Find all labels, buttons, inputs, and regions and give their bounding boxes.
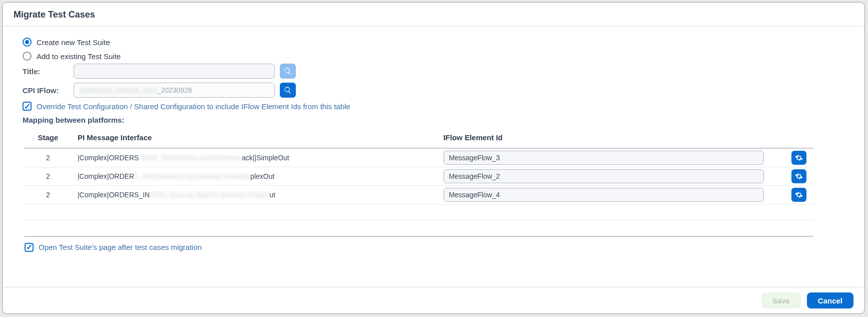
override-label: Override Test Configuration / Shared Con… <box>37 102 350 111</box>
gear-icon <box>795 172 803 180</box>
pi-prefix: |Complex|ORDER <box>78 172 134 180</box>
header-divider <box>3 26 864 27</box>
mapping-body: 2 |Complex|ORDERSXXXX_X|xxx|xxxxx.xxx|xx… <box>25 148 813 236</box>
open-after-row[interactable]: ✓ Open Test Suite's page after test case… <box>25 243 844 252</box>
pi-blur: X_XXX|xxxxxxx.xxx.xxxxxxx.xxxxx|xx <box>134 172 250 180</box>
cpi-row: CPI IFlow: XXXXXXX_XXXXX_XXX _20230926 <box>23 83 844 98</box>
search-icon <box>284 67 292 75</box>
pi-prefix: |Complex|ORDERS_IN <box>78 191 150 199</box>
cell-iflow <box>438 186 784 204</box>
col-iflow: IFlow Element Id <box>438 127 784 148</box>
override-row[interactable]: ✓ Override Test Configuration / Shared C… <box>23 102 844 111</box>
dialog-content: Create new Test Suite Add to existing Te… <box>3 30 864 287</box>
cell-action <box>784 148 813 167</box>
iflow-input[interactable] <box>444 169 764 183</box>
col-actions <box>784 127 813 148</box>
title-search-button[interactable] <box>280 64 296 79</box>
title-row: Title: <box>23 64 844 79</box>
pi-blur: XXXX_X|xxx|xxxxx.xxx|xxx|xxxxx <box>139 154 242 162</box>
pi-suffix: ut <box>269 191 275 199</box>
cpi-blur: XXXXXXX_XXXXX_XXX <box>79 86 157 94</box>
cell-stage: 2 <box>25 167 72 186</box>
cell-action <box>784 186 813 204</box>
cancel-button[interactable]: Cancel <box>807 292 853 308</box>
radio-add-row[interactable]: Add to existing Test Suite <box>23 52 844 61</box>
row-settings-button[interactable] <box>791 169 806 183</box>
override-checkbox[interactable]: ✓ <box>23 102 32 111</box>
cpi-label: CPI IFlow: <box>23 86 69 95</box>
row-settings-button[interactable] <box>791 151 806 165</box>
pi-suffix: ack||SimpleOut <box>242 154 289 162</box>
mapping-table: Stage PI Message Interface IFlow Element… <box>25 127 813 237</box>
cpi-value-suffix: _20230926 <box>157 86 192 94</box>
col-stage: Stage <box>25 127 72 148</box>
cell-pi: |Complex|ORDERS_INXXXc.Xxxx.xx.X|xxXX.xx… <box>72 186 438 204</box>
pi-prefix: |Complex|ORDERS <box>78 154 139 162</box>
cell-action <box>784 167 813 186</box>
cell-stage: 2 <box>25 186 72 204</box>
radio-add-label: Add to existing Test Suite <box>37 52 121 61</box>
radio-add[interactable] <box>23 52 32 61</box>
open-after-label: Open Test Suite's page after test cases … <box>39 243 202 251</box>
cell-pi: |Complex|ORDERSXXXX_X|xxx|xxxxx.xxx|xxx|… <box>72 148 438 167</box>
migrate-dialog: Migrate Test Cases Create new Test Suite… <box>2 2 865 314</box>
cell-stage: 2 <box>25 148 72 167</box>
cpi-search-button[interactable] <box>280 83 296 98</box>
title-label: Title: <box>23 67 69 76</box>
table-row: 2 |Complex|ORDERSXXXX_X|xxx|xxxxx.xxx|xx… <box>25 148 813 167</box>
cell-iflow <box>438 148 784 167</box>
open-after-checkbox[interactable]: ✓ <box>25 243 34 252</box>
pi-suffix: plexOut <box>250 172 274 180</box>
table-row: 2 |Complex|ORDERX_XXX|xxxxxxx.xxx.xxxxxx… <box>25 167 813 186</box>
mapping-title: Mapping between platforms: <box>23 116 844 124</box>
radio-create-row[interactable]: Create new Test Suite <box>23 38 844 47</box>
radio-create-label: Create new Test Suite <box>37 38 110 47</box>
gear-icon <box>795 154 803 162</box>
save-button[interactable]: Save <box>761 292 801 308</box>
row-settings-button[interactable] <box>791 188 806 202</box>
cell-iflow <box>438 167 784 186</box>
cpi-input[interactable]: XXXXXXX_XXXXX_XXX _20230926 <box>74 83 275 98</box>
pi-blur: XXXc.Xxxx.xx.X|xxXX.xxxxxxx.XX|xxX <box>150 191 269 199</box>
table-row: 2 |Complex|ORDERS_INXXXc.Xxxx.xx.X|xxXX.… <box>25 186 813 204</box>
dialog-footer: Save Cancel <box>3 287 864 313</box>
table-row-empty <box>25 204 813 220</box>
title-input[interactable] <box>74 64 275 79</box>
iflow-input[interactable] <box>444 151 764 165</box>
dialog-title: Migrate Test Cases <box>3 3 864 26</box>
table-header-row: Stage PI Message Interface IFlow Element… <box>25 127 813 148</box>
search-icon <box>284 86 292 94</box>
col-pi: PI Message Interface <box>72 127 438 148</box>
gear-icon <box>795 191 803 199</box>
iflow-input[interactable] <box>444 188 764 202</box>
cell-pi: |Complex|ORDERX_XXX|xxxxxxx.xxx.xxxxxxx.… <box>72 167 438 186</box>
radio-create[interactable] <box>23 38 32 47</box>
table-row-empty <box>25 220 813 236</box>
